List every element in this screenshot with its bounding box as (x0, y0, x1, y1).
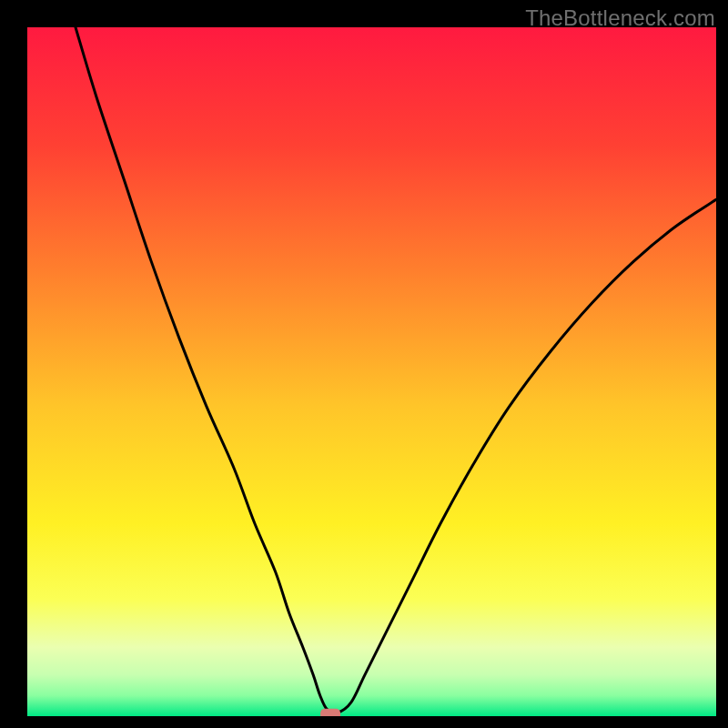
optimum-marker (320, 709, 340, 716)
watermark-text: TheBottleneck.com (525, 5, 715, 31)
chart-svg (27, 27, 716, 716)
plot-area (27, 27, 716, 716)
gradient-background (27, 27, 716, 716)
chart-frame: TheBottleneck.com (0, 0, 728, 728)
